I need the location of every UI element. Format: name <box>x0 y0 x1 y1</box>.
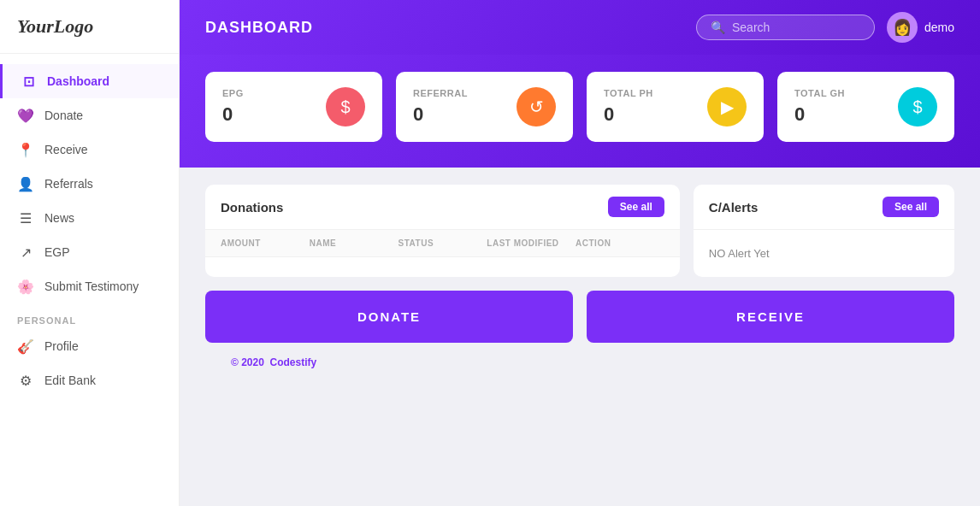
sidebar-item-dashboard[interactable]: ⊡ Dashboard <box>0 64 179 98</box>
stat-card-epg: EPG 0 $ <box>205 72 382 142</box>
stat-card-total-gh: TOTAL GH 0 $ <box>777 72 954 142</box>
donations-table-header: AMOUNT NAME STATUS LAST MODIFIED ACTION <box>205 230 680 257</box>
stat-label-referral: REFERRAL <box>413 88 468 98</box>
sidebar-item-donate[interactable]: 💜 Donate <box>0 98 179 132</box>
action-buttons: DONATE RECEIVE <box>205 291 954 343</box>
stat-value-total-gh: 0 <box>794 103 845 126</box>
alerts-panel: C/Alerts See all NO Alert Yet <box>694 185 954 277</box>
user-name: demo <box>924 21 954 34</box>
news-icon: ☰ <box>17 209 34 227</box>
topbar-right: 🔍 👩 demo <box>696 12 954 43</box>
avatar: 👩 <box>887 12 918 43</box>
sidebar-item-label-receive: Receive <box>44 143 88 156</box>
col-action: ACTION <box>576 238 664 248</box>
sidebar-item-profile[interactable]: 🎸 Profile <box>0 329 179 363</box>
sidebar-item-receive[interactable]: 📍 Receive <box>0 132 179 167</box>
logo: YourLogo <box>0 0 179 54</box>
donate-button[interactable]: DONATE <box>205 291 573 343</box>
stat-icon-total-gh: $ <box>898 87 937 126</box>
stat-icon-epg: $ <box>326 87 365 126</box>
stat-info-total-gh: TOTAL GH 0 <box>794 88 845 126</box>
footer: © 2020 Codestify <box>205 343 954 382</box>
donations-see-all-button[interactable]: See all <box>608 197 664 217</box>
alerts-see-all-button[interactable]: See all <box>883 197 939 217</box>
stat-icon-referral: ↺ <box>517 87 556 126</box>
profile-icon: 🎸 <box>17 338 34 355</box>
page-title: DASHBOARD <box>205 19 313 37</box>
sidebar-item-submit-testimony[interactable]: 🌸 Submit Testimony <box>0 269 179 303</box>
donate-icon: 💜 <box>17 107 34 124</box>
panels-row: Donations See all AMOUNT NAME STATUS LAS… <box>205 185 954 277</box>
sidebar-item-egp[interactable]: ↗ EGP <box>0 235 179 269</box>
col-amount: AMOUNT <box>221 238 310 248</box>
stat-info-total-ph: TOTAL PH 0 <box>604 88 653 126</box>
footer-brand: Codestify <box>270 356 317 368</box>
stat-icon-total-ph: ▶ <box>707 87 747 126</box>
col-name: NAME <box>310 238 398 248</box>
receive-button[interactable]: RECEIVE <box>587 291 954 343</box>
stat-info-epg: EPG 0 <box>222 88 244 126</box>
donations-title: Donations <box>221 200 283 215</box>
alerts-panel-body: NO Alert Yet <box>694 230 954 277</box>
referrals-icon: 👤 <box>17 175 34 192</box>
sidebar-item-label-referrals: Referrals <box>44 177 93 191</box>
sidebar-item-label-edit-bank: Edit Bank <box>44 374 96 387</box>
sidebar-item-label-donate: Donate <box>44 109 83 122</box>
stat-value-total-ph: 0 <box>604 103 653 126</box>
alerts-title: C/Alerts <box>709 200 759 215</box>
alerts-panel-header: C/Alerts See all <box>694 185 954 230</box>
stat-value-referral: 0 <box>413 103 468 126</box>
sidebar-item-label-submit-testimony: Submit Testimony <box>44 279 139 293</box>
sidebar-item-label-egp: EGP <box>44 245 70 259</box>
content-area: Donations See all AMOUNT NAME STATUS LAS… <box>180 168 980 506</box>
dashboard-hero: EPG 0 $ REFERRAL 0 ↺ TOTAL PH 0 ▶ TOTAL … <box>180 55 980 168</box>
topbar: DASHBOARD 🔍 👩 demo <box>180 0 980 55</box>
receive-icon: 📍 <box>17 141 34 158</box>
col-status: STATUS <box>398 238 487 248</box>
user-info[interactable]: 👩 demo <box>887 12 954 43</box>
edit-bank-icon: ⚙ <box>17 372 34 389</box>
no-alert-text: NO Alert Yet <box>694 230 954 277</box>
stat-label-total-ph: TOTAL PH <box>604 88 653 98</box>
submit-testimony-icon: 🌸 <box>17 278 34 295</box>
egp-icon: ↗ <box>17 244 34 261</box>
sidebar-nav: ⊡ Dashboard 💜 Donate 📍 Receive 👤 Referra… <box>0 54 179 506</box>
footer-copyright: © 2020 <box>231 356 264 368</box>
personal-section-label: PERSONAL <box>0 303 179 329</box>
stat-card-referral: REFERRAL 0 ↺ <box>396 72 573 142</box>
donations-panel: Donations See all AMOUNT NAME STATUS LAS… <box>205 185 680 277</box>
search-icon: 🔍 <box>711 21 725 34</box>
stat-label-total-gh: TOTAL GH <box>794 88 845 98</box>
stat-label-epg: EPG <box>222 88 244 98</box>
sidebar: YourLogo ⊡ Dashboard 💜 Donate 📍 Receive … <box>0 0 180 506</box>
sidebar-item-edit-bank[interactable]: ⚙ Edit Bank <box>0 363 179 397</box>
sidebar-item-referrals[interactable]: 👤 Referrals <box>0 167 179 201</box>
search-input[interactable] <box>732 21 860 34</box>
col-last-modified: LAST MODIFIED <box>487 238 576 248</box>
sidebar-item-label-news: News <box>44 211 74 225</box>
donations-panel-header: Donations See all <box>205 185 680 230</box>
sidebar-item-news[interactable]: ☰ News <box>0 201 179 235</box>
stat-info-referral: REFERRAL 0 <box>413 88 468 126</box>
sidebar-item-label-profile: Profile <box>44 339 79 353</box>
sidebar-item-label-dashboard: Dashboard <box>47 74 109 88</box>
main-content: DASHBOARD 🔍 👩 demo EPG 0 $ REFERRAL 0 ↺ … <box>180 0 980 506</box>
stats-grid: EPG 0 $ REFERRAL 0 ↺ TOTAL PH 0 ▶ TOTAL … <box>205 72 954 142</box>
dashboard-icon: ⊡ <box>20 73 37 90</box>
search-bar[interactable]: 🔍 <box>696 15 875 40</box>
stat-card-total-ph: TOTAL PH 0 ▶ <box>587 72 764 142</box>
stat-value-epg: 0 <box>222 103 244 126</box>
donations-panel-body: AMOUNT NAME STATUS LAST MODIFIED ACTION <box>205 230 680 257</box>
